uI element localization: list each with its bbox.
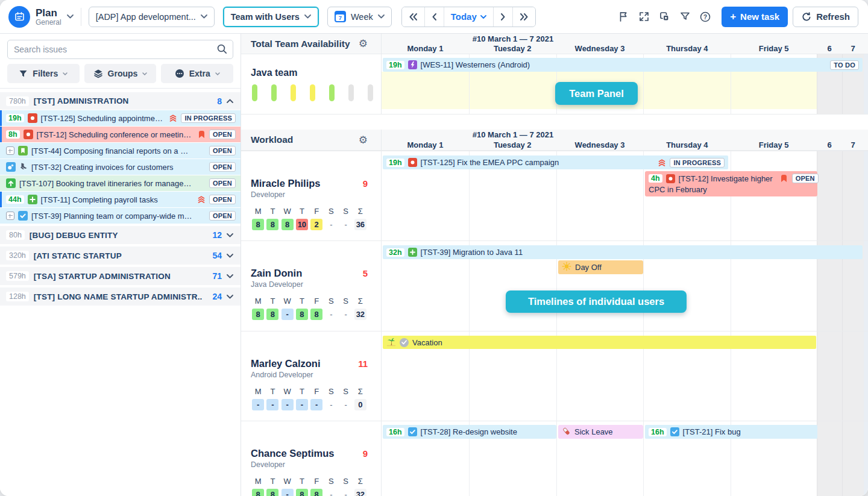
day-header: Tuesday 2	[469, 140, 556, 149]
double-chevron-left-icon	[409, 13, 418, 20]
vacation-bar[interactable]: Vacation	[383, 336, 816, 349]
group-header-tsa-startup[interactable]: 579h [TSA] STARTUP ADMINISTRATION 71	[0, 267, 241, 285]
filter-icon	[19, 69, 28, 78]
task-bar-tst-12[interactable]: 4h [TST-12] Investigate higher OPEN CPC …	[645, 171, 817, 196]
day-header: 7	[842, 140, 864, 149]
group-header-tst-administration[interactable]: 780h [TST] ADMINISTRATION 8	[0, 92, 241, 110]
workload-cell: -	[340, 309, 352, 320]
sick-leave-bar[interactable]: Sick Leave	[558, 425, 643, 439]
workload-cell: -	[325, 219, 337, 230]
issue-row-tst-44[interactable]: [TST-44] Composing financial reports on …	[0, 143, 241, 159]
groups-button[interactable]: Groups	[84, 64, 157, 83]
expand-icon[interactable]	[6, 146, 14, 155]
svg-text:?: ?	[703, 13, 707, 20]
user-role: Developer	[251, 460, 368, 469]
expand-icon[interactable]	[6, 212, 14, 220]
gear-icon[interactable]: ⚙	[359, 39, 368, 49]
search-input[interactable]	[7, 40, 233, 59]
new-feature-type-icon	[28, 195, 37, 204]
issue-list: 780h [TST] ADMINISTRATION 8 19h [TST-125…	[0, 89, 241, 306]
issue-row-tst-125[interactable]: 19h [TST-125] Scheduling appointments fo…	[0, 110, 241, 126]
view-mode-selector[interactable]: Team with Users	[223, 7, 319, 27]
project-selector[interactable]: [ADP] App development...	[89, 7, 215, 27]
new-task-button[interactable]: + New task	[722, 7, 788, 27]
next-button[interactable]	[493, 7, 512, 27]
divider	[81, 8, 81, 26]
user-task-count: 9	[363, 448, 368, 459]
availability-bars	[252, 84, 373, 101]
chevron-down-icon	[67, 14, 74, 19]
help-icon[interactable]: ?	[695, 7, 715, 27]
team-availability-row: Java team	[241, 54, 868, 115]
scrollbar[interactable]	[864, 331, 868, 421]
filters-button[interactable]: Filters	[7, 64, 80, 83]
priority-highest-icon	[169, 114, 177, 122]
today-button[interactable]: Today	[444, 7, 493, 27]
group-header-bug-debug[interactable]: 80h [BUG] DEBUG ENTITY 12	[0, 226, 241, 244]
chevron-down-icon	[201, 14, 207, 19]
workload-cell: -	[266, 399, 278, 410]
day-header: 6	[817, 140, 842, 149]
task-bar-tst-39[interactable]: 32h [TST-39] Migration to Java 11	[383, 245, 863, 259]
priority-medium-icon	[197, 165, 206, 170]
task-bar-tst-28[interactable]: 16h [TST-28] Re-design website	[383, 425, 556, 439]
workload-cell: -	[281, 309, 294, 320]
scrollbar[interactable]	[864, 54, 868, 114]
issue-row-tst-32[interactable]: [TST-32] Creating invoices for customers…	[0, 159, 241, 175]
task-bar-tst-125[interactable]: 19h [TST-125] Fix the EMEA PPC campaign …	[383, 155, 728, 169]
workload-cell: 10	[296, 219, 308, 230]
workload-grid: MTWTFSSΣ 8 8 8 10 2 - - 36	[251, 207, 368, 230]
user-row-zain-donin: Zain Donin 5 Java Developer MTWTFSSΣ 8 8…	[241, 240, 868, 331]
priority-highest-icon	[197, 195, 206, 204]
task-bar-tst-21[interactable]: 16h [TST-21] Fix bug	[645, 425, 817, 439]
jump-forward-button[interactable]	[512, 7, 535, 27]
group-header-tst-long-name[interactable]: 128h [TST] LONG NAME STARTUP ADMINISTR..…	[0, 287, 241, 306]
priority-critical-icon	[197, 130, 206, 139]
task-bar-wes-11[interactable]: 19h [WES-11] Westerners (Android) TO DO	[383, 58, 863, 72]
user-row-chance-septimus: Chance Septimus 9 Developer MTWTFSSΣ 8 8…	[241, 421, 868, 496]
status-badge: IN PROGRESS	[181, 113, 236, 123]
period-selector[interactable]: 7 Week	[327, 7, 392, 27]
extra-button[interactable]: Extra	[161, 64, 233, 83]
workload-grid: MTWTFSSΣ 8 8 - 8 8 - - 32	[251, 477, 368, 496]
chevron-right-icon	[500, 13, 506, 20]
chevron-down-icon	[215, 72, 220, 75]
status-badge: OPEN	[209, 178, 236, 188]
user-row-miracle-philips: Miracle Philips 9 Developer MTWTFSSΣ 8 8…	[241, 151, 868, 240]
app-window: Plan General [ADP] App development... Te…	[0, 0, 868, 496]
scrollbar[interactable]	[864, 151, 868, 240]
day-off-bar[interactable]: Day Off	[558, 260, 643, 274]
issue-row-tst-11[interactable]: 44h [TST-11] Completing payroll tasks OP…	[0, 192, 241, 207]
toolbar: Plan General [ADP] App development... Te…	[0, 0, 868, 34]
chevron-down-icon	[227, 233, 233, 237]
issue-row-tst-12[interactable]: 8h [TST-12] Scheduling conference or mee…	[0, 127, 241, 142]
scrollbar[interactable]	[864, 421, 868, 496]
ellipsis-circle-icon	[175, 69, 184, 78]
user-task-count: 11	[358, 359, 368, 369]
layouts-icon[interactable]	[654, 7, 675, 27]
plan-menu[interactable]: Plan General	[8, 6, 74, 28]
issue-row-tst-39[interactable]: [TST-39] Planning team or company-wide m…	[0, 208, 241, 224]
gear-icon[interactable]: ⚙	[359, 135, 368, 145]
status-badge: OPEN	[209, 130, 236, 139]
workload-cell: 2	[310, 219, 322, 230]
week-range-label: #10 March 1 — 7 2021	[473, 34, 553, 43]
user-name: Miracle Philips	[251, 178, 321, 189]
filter-icon[interactable]	[675, 7, 695, 27]
issue-row-tst-107[interactable]: [TST-107] Booking travel itineraries for…	[0, 175, 241, 191]
workload-cell: -	[325, 399, 337, 410]
availability-bar	[348, 84, 354, 101]
prev-button[interactable]	[424, 7, 444, 27]
group-header-ati-static[interactable]: 320h [ATI STATIC STARTUP 54	[0, 246, 241, 265]
workload-cell: -	[296, 399, 308, 410]
refresh-button[interactable]: Refresh	[793, 7, 858, 27]
jump-back-button[interactable]	[402, 7, 424, 27]
flag-icon[interactable]	[613, 7, 634, 27]
chevron-up-icon	[227, 99, 233, 103]
priority-medium-icon	[197, 181, 206, 186]
pill-icon	[562, 427, 571, 438]
scrollbar[interactable]	[864, 241, 868, 331]
availability-bar	[368, 84, 373, 101]
workload-cell: 8	[266, 219, 278, 230]
fullscreen-icon[interactable]	[634, 7, 654, 27]
